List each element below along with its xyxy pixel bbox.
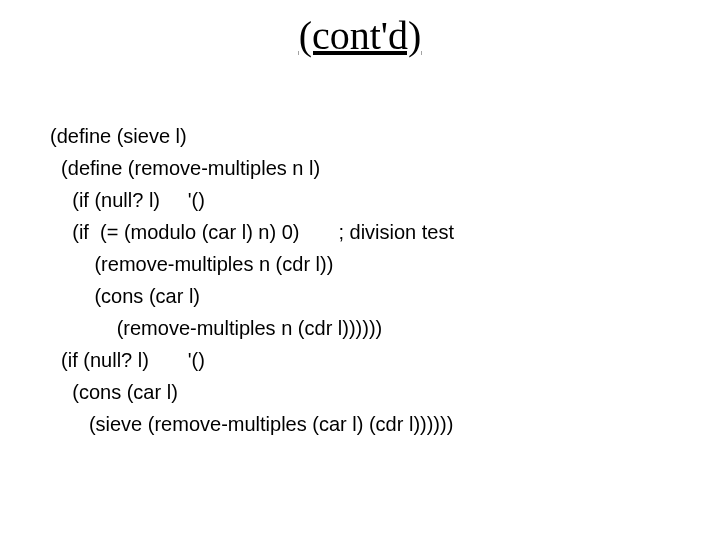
code-block: (define (sieve l) (define (remove-multip… <box>50 88 454 440</box>
slide-title: (cont'd) <box>0 12 720 59</box>
code-line: (cons (car l) <box>50 381 178 403</box>
code-line: (remove-multiples n (cdr l)))))) <box>50 317 382 339</box>
code-line: (sieve (remove-multiples (car l) (cdr l)… <box>50 413 453 435</box>
code-line: (cons (car l) <box>50 285 200 307</box>
slide: (cont'd) (define (sieve l) (define (remo… <box>0 0 720 540</box>
code-line: (if (= (modulo (car l) n) 0) ; division … <box>50 221 454 243</box>
code-line: (remove-multiples n (cdr l)) <box>50 253 333 275</box>
code-line: (if (null? l) '() <box>50 189 205 211</box>
code-line: (define (remove-multiples n l) <box>50 157 320 179</box>
code-line: (define (sieve l) <box>50 125 187 147</box>
code-line: (if (null? l) '() <box>50 349 205 371</box>
